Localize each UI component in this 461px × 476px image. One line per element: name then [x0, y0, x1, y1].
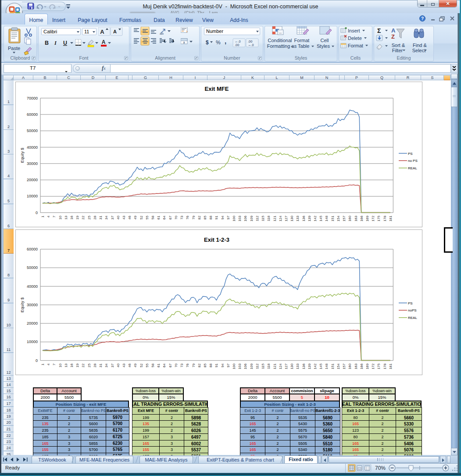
svg-text:0: 0: [36, 211, 38, 215]
svg-text:103: 103: [238, 216, 242, 222]
svg-text:60000: 60000: [27, 112, 38, 117]
svg-text:70000: 70000: [27, 96, 38, 100]
svg-text:172: 172: [371, 364, 375, 369]
svg-text:REAL: REAL: [408, 166, 417, 170]
svg-text:40000: 40000: [27, 145, 38, 150]
svg-text:PS: PS: [408, 301, 413, 305]
svg-text:91: 91: [214, 364, 218, 368]
svg-text:97: 97: [226, 364, 230, 368]
svg-text:112: 112: [255, 364, 259, 369]
svg-text:7: 7: [52, 216, 56, 218]
svg-text:4: 4: [46, 215, 50, 218]
svg-text:Format: Format: [294, 38, 310, 43]
svg-text:166: 166: [360, 364, 364, 369]
svg-text:139: 139: [307, 364, 311, 369]
svg-text:B: B: [45, 40, 49, 46]
svg-text:88: 88: [209, 364, 213, 368]
svg-text:100: 100: [232, 215, 236, 222]
svg-text:175: 175: [377, 363, 381, 369]
svg-text:Paste: Paste: [8, 46, 20, 51]
svg-text:22: 22: [81, 364, 85, 368]
svg-text:157: 157: [342, 216, 346, 222]
svg-text:118: 118: [267, 216, 271, 221]
svg-text:67: 67: [168, 216, 172, 220]
svg-text:49: 49: [133, 364, 137, 368]
svg-text:13: 13: [64, 216, 68, 220]
svg-text:50000: 50000: [27, 129, 38, 133]
svg-text:25: 25: [87, 215, 91, 219]
svg-text:163: 163: [354, 364, 358, 369]
svg-text:154: 154: [336, 363, 340, 369]
svg-text:118: 118: [267, 364, 271, 369]
svg-text:13: 13: [64, 364, 68, 368]
svg-text:28: 28: [93, 364, 97, 368]
svg-text:58: 58: [151, 216, 155, 220]
svg-text:76: 76: [186, 216, 189, 220]
svg-text:112: 112: [255, 216, 259, 221]
svg-text:A: A: [100, 29, 104, 35]
svg-text:Formatting: Formatting: [267, 43, 290, 49]
svg-text:Equity $: Equity $: [20, 147, 25, 163]
svg-text:40: 40: [116, 363, 120, 367]
svg-text:61: 61: [157, 216, 161, 220]
svg-text:94: 94: [221, 363, 225, 367]
svg-text:148: 148: [325, 216, 329, 222]
svg-text:no PS: no PS: [408, 159, 418, 163]
svg-text:Insert: Insert: [348, 28, 360, 33]
svg-text:Delete: Delete: [348, 36, 362, 41]
svg-text:181: 181: [389, 364, 393, 369]
svg-text:,: ,: [225, 38, 226, 45]
svg-text:10: 10: [58, 215, 62, 219]
svg-text:136: 136: [302, 364, 306, 369]
svg-text:Select: Select: [412, 48, 426, 53]
svg-text:30000: 30000: [27, 303, 38, 307]
svg-text:REAL: REAL: [408, 316, 417, 320]
svg-text:160: 160: [348, 363, 352, 369]
svg-text:67: 67: [168, 364, 172, 368]
svg-text:52: 52: [139, 216, 143, 220]
svg-text:178: 178: [383, 364, 387, 369]
svg-text:106: 106: [243, 216, 247, 222]
svg-text:.00: .00: [235, 43, 239, 47]
svg-text:169: 169: [365, 216, 369, 222]
svg-text:142: 142: [313, 216, 317, 222]
svg-text:1: 1: [41, 364, 45, 365]
svg-text:noPS: noPS: [408, 308, 417, 312]
svg-text:178: 178: [383, 216, 387, 222]
svg-text:127: 127: [284, 364, 288, 369]
svg-text:Styles: Styles: [317, 43, 330, 49]
svg-text:22: 22: [81, 216, 85, 220]
svg-text:?: ?: [421, 16, 424, 21]
svg-text:61: 61: [157, 364, 161, 368]
svg-text:166: 166: [360, 216, 364, 222]
svg-text:100: 100: [232, 363, 236, 369]
svg-text:136: 136: [302, 216, 306, 222]
svg-text:70: 70: [174, 363, 178, 367]
svg-text:139: 139: [307, 216, 311, 222]
svg-text:70: 70: [174, 215, 178, 219]
svg-text:Cell: Cell: [321, 38, 329, 43]
svg-text:130: 130: [290, 215, 294, 222]
svg-text:64: 64: [162, 363, 166, 367]
svg-text:97: 97: [226, 216, 230, 220]
svg-text:73: 73: [180, 216, 184, 220]
svg-text:133: 133: [296, 216, 300, 222]
svg-text:Exit 1-2-3: Exit 1-2-3: [204, 236, 229, 243]
svg-text:46: 46: [128, 216, 132, 220]
svg-text:91: 91: [214, 216, 218, 220]
svg-text:Equity $: Equity $: [20, 297, 25, 312]
svg-text:10000: 10000: [27, 340, 38, 344]
svg-text:175: 175: [377, 215, 381, 222]
svg-text:19: 19: [75, 216, 79, 220]
svg-text:I: I: [54, 40, 57, 46]
svg-text:109: 109: [250, 216, 254, 222]
svg-text:79: 79: [192, 364, 196, 368]
svg-text:79: 79: [192, 216, 196, 220]
svg-text:10000: 10000: [27, 194, 38, 198]
svg-text:20000: 20000: [27, 321, 38, 326]
svg-text:16: 16: [70, 216, 74, 220]
svg-text:145: 145: [319, 215, 323, 222]
svg-text:151: 151: [331, 216, 335, 222]
svg-text:0: 0: [36, 358, 38, 363]
svg-text:25: 25: [87, 363, 91, 367]
